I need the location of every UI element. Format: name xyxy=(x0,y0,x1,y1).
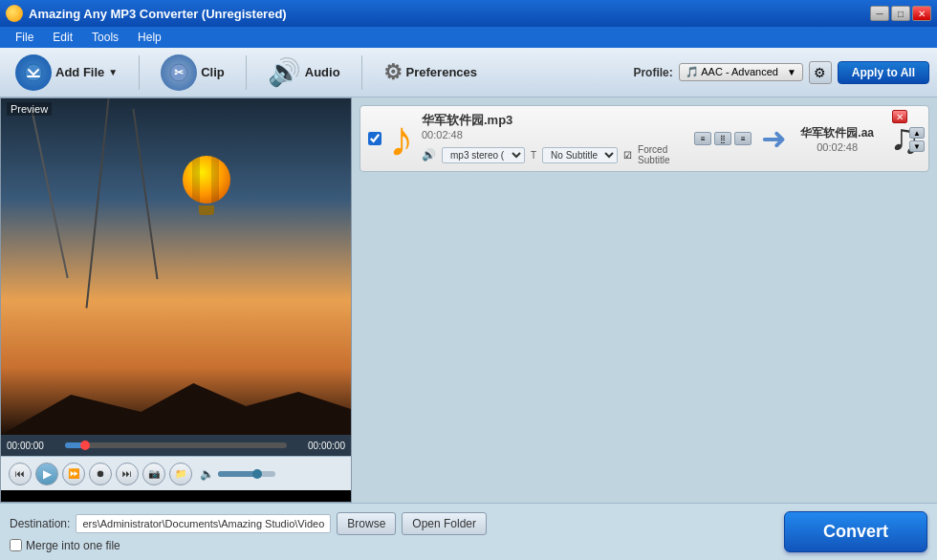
profile-select[interactable]: 🎵 AAC - Advanced ▼ xyxy=(679,63,803,81)
sky-bg xyxy=(1,98,351,435)
table-row: ♪ 华军软件园.mp3 00:02:48 🔊 mp3 stereo ( T No… xyxy=(360,105,929,172)
audio-track-select[interactable]: mp3 stereo ( xyxy=(442,147,525,163)
add-file-button[interactable]: Add File ▼ xyxy=(8,51,125,95)
music-icon: ♪ xyxy=(389,114,414,163)
output-file-info: 华军软件园.aa 00:02:48 xyxy=(800,125,874,153)
profile-dropdown-icon: ▼ xyxy=(787,67,796,77)
minimize-button[interactable]: ─ xyxy=(870,6,889,21)
time-current: 00:00:00 xyxy=(7,441,59,451)
encode-settings-icon-1[interactable]: ≡ xyxy=(694,132,711,145)
apply-all-button[interactable]: Apply to All xyxy=(838,61,929,84)
time-total: 00:00:00 xyxy=(293,441,345,451)
merge-checkbox-area: Merge into one file xyxy=(10,539,776,552)
convert-arrow-icon: ➜ xyxy=(761,120,787,157)
app-title: Amazing Any MP3 Converter (Unregistered) xyxy=(29,7,287,21)
encode-icons: ≡ ⣿ ≡ xyxy=(694,132,752,145)
source-filename: 华军软件园.mp3 xyxy=(422,112,686,129)
volume-icon: 🔈 xyxy=(200,467,214,481)
gear-icon: ⚙ xyxy=(383,60,403,85)
toolbar-sep-3 xyxy=(361,55,362,90)
titlebar-left: Amazing Any MP3 Converter (Unregistered) xyxy=(6,5,287,22)
destination-area: Destination: ers\Administrator\Documents… xyxy=(10,512,776,552)
destination-path[interactable]: ers\Administrator\Documents\Amazing Stud… xyxy=(76,514,331,533)
controls-area: ⏮ ▶ ⏩ ⏺ ⏭ 📷 📁 🔈 xyxy=(1,456,351,490)
volume-area: 🔈 xyxy=(200,467,275,481)
preferences-label: Preferences xyxy=(406,65,477,79)
filelist-panel: ♪ 华军软件园.mp3 00:02:48 🔊 mp3 stereo ( T No… xyxy=(352,97,937,503)
encode-settings-icon-3[interactable]: ≡ xyxy=(734,132,752,145)
balloon-stripe-1 xyxy=(192,156,200,204)
forced-subtitle-label: Forced Subtitle xyxy=(638,144,686,165)
merge-label: Merge into one file xyxy=(26,539,120,552)
seekbar[interactable] xyxy=(65,442,287,448)
toolbar: Add File ▼ ✂ Clip 🔊 Audio ⚙ Preferences … xyxy=(0,48,937,97)
destination-label: Destination: xyxy=(10,517,70,530)
subtitle-select[interactable]: No Subtitle xyxy=(542,147,618,163)
add-file-label: Add File xyxy=(55,65,104,79)
next-frame-button[interactable]: ⏭ xyxy=(116,463,139,485)
encode-settings-icon-2[interactable]: ⣿ xyxy=(714,132,731,145)
dest-row: Destination: ers\Administrator\Documents… xyxy=(10,512,776,535)
menu-help[interactable]: Help xyxy=(130,29,169,46)
preview-video[interactable] xyxy=(1,98,351,435)
convert-button[interactable]: Convert xyxy=(784,511,927,552)
folder-button[interactable]: 📁 xyxy=(169,463,192,485)
fast-forward-button[interactable]: ⏩ xyxy=(62,463,85,485)
clip-icon: ✂ xyxy=(161,54,197,91)
preview-label: Preview xyxy=(7,102,52,116)
settings-button[interactable]: ⚙ xyxy=(809,61,832,84)
menu-edit[interactable]: Edit xyxy=(45,29,80,46)
open-folder-button[interactable]: Open Folder xyxy=(402,512,487,535)
screenshot-button[interactable]: 📷 xyxy=(142,463,165,485)
stop-button[interactable]: ⏺ xyxy=(89,463,112,485)
titlebar: Amazing Any MP3 Converter (Unregistered)… xyxy=(0,0,937,27)
browse-button[interactable]: Browse xyxy=(337,512,396,535)
toolbar-sep-1 xyxy=(139,55,140,90)
titlebar-controls: ─ □ ✕ xyxy=(870,6,931,21)
profile-area: Profile: 🎵 AAC - Advanced ▼ ⚙ Apply to A… xyxy=(633,61,929,84)
item-close-button[interactable]: ✕ xyxy=(892,110,907,123)
add-file-dropdown-icon[interactable]: ▼ xyxy=(108,67,118,77)
toolbar-sep-2 xyxy=(246,55,247,90)
bottom-bar: Destination: ers\Administrator\Documents… xyxy=(0,503,937,560)
volume-slider[interactable] xyxy=(218,471,275,477)
clip-button[interactable]: ✂ Clip xyxy=(153,51,232,95)
arrow-area: ≡ ⣿ ≡ ➜ xyxy=(694,120,793,157)
preview-panel: Preview 00:00:00 xyxy=(0,97,352,503)
file-checkbox[interactable] xyxy=(368,132,381,145)
audio-button[interactable]: 🔊 Audio xyxy=(260,53,348,92)
app-icon xyxy=(6,5,23,22)
menu-file[interactable]: File xyxy=(8,29,41,46)
subtitle-icon: T xyxy=(531,150,536,161)
close-button[interactable]: ✕ xyxy=(912,6,931,21)
item-arrow-buttons: ▲ ▼ xyxy=(909,127,925,152)
source-duration: 00:02:48 xyxy=(422,129,686,140)
balloon-body xyxy=(183,156,230,204)
item-move-up-button[interactable]: ▲ xyxy=(909,127,925,139)
balloon-stripe-2 xyxy=(211,156,219,204)
rewind-to-start-button[interactable]: ⏮ xyxy=(9,463,32,485)
merge-checkbox[interactable] xyxy=(10,539,22,551)
seekbar-thumb[interactable] xyxy=(80,441,90,450)
svg-point-0 xyxy=(25,64,42,81)
add-file-icon xyxy=(15,54,52,91)
output-duration: 00:02:48 xyxy=(800,141,874,153)
svg-text:✂: ✂ xyxy=(174,66,185,79)
source-file-info: 华军软件园.mp3 00:02:48 🔊 mp3 stereo ( T No S… xyxy=(422,112,686,165)
item-move-down-button[interactable]: ▼ xyxy=(909,140,925,152)
preferences-button[interactable]: ⚙ Preferences xyxy=(376,56,485,89)
menubar: File Edit Tools Help xyxy=(0,27,937,48)
audio-label: Audio xyxy=(305,65,340,79)
seekbar-area: 00:00:00 00:00:00 xyxy=(1,435,351,456)
menu-tools[interactable]: Tools xyxy=(84,29,126,46)
clip-label: Clip xyxy=(201,65,225,79)
audio-speaker-icon: 🔊 xyxy=(422,148,436,162)
forced-sub-checkbox-icon: ☑ xyxy=(623,150,632,161)
output-filename: 华军软件园.aa xyxy=(800,125,874,141)
volume-thumb[interactable] xyxy=(252,469,262,479)
balloon-basket xyxy=(199,205,214,215)
play-button[interactable]: ▶ xyxy=(35,463,58,485)
profile-value: 🎵 AAC - Advanced xyxy=(686,66,778,78)
maximize-button[interactable]: □ xyxy=(891,6,910,21)
balloon xyxy=(183,156,230,213)
